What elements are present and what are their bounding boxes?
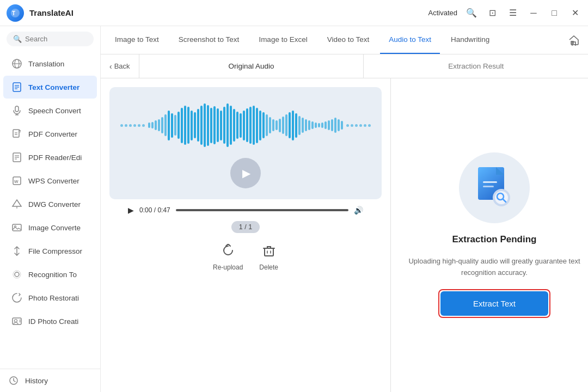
tab-video-to-text[interactable]: Video to Text: [318, 26, 378, 54]
extraction-result-title: Extraction Result: [364, 62, 588, 70]
close-button[interactable]: ✕: [568, 7, 581, 20]
text-converter-icon: [11, 81, 23, 93]
page-indicator: 1 / 1: [231, 221, 260, 233]
back-label: Back: [114, 62, 130, 70]
audio-panel: ▶ ▶ 0:00 / 0:47 🔊 1 / 1: [101, 78, 391, 392]
svg-rect-12: [13, 130, 19, 137]
svg-rect-39: [483, 186, 494, 187]
result-icon-area: [459, 152, 530, 223]
title-bar: T TranslateAI Activated 🔍 ⊡ ☰ ─ □ ✕: [0, 0, 588, 26]
sidebar-item-text-converter[interactable]: Text Converter: [3, 76, 97, 99]
play-button[interactable]: ▶: [230, 158, 261, 188]
content-area: Image to Text Screenshot to Text Image t…: [101, 26, 588, 392]
sidebar-search-container[interactable]: 🔍: [7, 32, 94, 46]
image-converter-label: Image Converte: [28, 224, 81, 232]
minimize-button[interactable]: ─: [527, 7, 540, 20]
tab-bar: Image to Text Screenshot to Text Image t…: [101, 26, 588, 54]
sidebar-item-speech-convert[interactable]: Speech Convert: [3, 99, 97, 122]
delete-label: Delete: [259, 264, 278, 271]
search-icon: 🔍: [13, 35, 22, 43]
main-layout: 🔍 Translation: [0, 26, 588, 392]
sidebar-item-history[interactable]: History: [0, 369, 100, 392]
dwg-converter-icon: [11, 198, 23, 210]
window-mode-button[interactable]: ⊡: [486, 7, 499, 20]
result-title: Extraction Pending: [452, 234, 537, 245]
tab-home-button[interactable]: [565, 32, 583, 49]
svg-point-27: [13, 271, 21, 278]
sidebar-items: Translation Text Converter: [0, 52, 100, 369]
reupload-button[interactable]: Re-upload: [213, 244, 243, 271]
file-compressor-label: File Compressor: [28, 247, 82, 255]
activated-badge: Activated: [428, 9, 457, 17]
sidebar-item-pdf-converter[interactable]: PDF Converter: [3, 122, 97, 145]
search-titlebar-button[interactable]: 🔍: [465, 7, 478, 20]
sidebar: 🔍 Translation: [0, 26, 101, 392]
sidebar-item-id-photo[interactable]: ID Photo Creati: [3, 310, 97, 333]
image-converter-icon: [11, 222, 23, 234]
back-button[interactable]: ‹ Back: [101, 54, 139, 78]
dwg-converter-label: DWG Converter: [28, 200, 81, 209]
delete-button[interactable]: Delete: [259, 244, 278, 271]
volume-button[interactable]: 🔊: [354, 206, 363, 215]
svg-point-29: [15, 320, 17, 322]
recognition-label: Recognition To: [28, 271, 77, 279]
waveform-area: [120, 103, 371, 147]
search-input[interactable]: [25, 35, 87, 43]
title-bar-right: Activated 🔍 ⊡ ☰ ─ □ ✕: [428, 7, 581, 20]
svg-rect-33: [265, 248, 273, 256]
svg-text:W: W: [14, 179, 19, 184]
play-small-button[interactable]: ▶: [128, 206, 134, 215]
document-icon: [475, 166, 513, 210]
back-chevron-icon: ‹: [109, 62, 112, 71]
svg-text:T: T: [12, 10, 15, 16]
play-icon: ▶: [242, 167, 250, 180]
extract-button-wrapper: Extract Text: [438, 289, 550, 318]
recognition-icon: [11, 268, 23, 280]
tab-audio-to-text[interactable]: Audio to Text: [380, 26, 440, 54]
translation-label: Translation: [28, 60, 64, 68]
audio-actions: Re-upload Delete: [213, 240, 278, 275]
pdf-converter-label: PDF Converter: [28, 130, 77, 138]
hamburger-button[interactable]: ☰: [506, 7, 519, 20]
sidebar-item-photo-restore[interactable]: Photo Restorati: [3, 286, 97, 309]
original-audio-title: Original Audio: [139, 54, 364, 78]
panels: ▶ ▶ 0:00 / 0:47 🔊 1 / 1: [101, 78, 588, 392]
svg-rect-9: [15, 106, 19, 112]
translation-icon: [11, 58, 23, 70]
audio-controls: ▶ 0:00 / 0:47 🔊: [126, 206, 365, 215]
sidebar-item-recognition[interactable]: Recognition To: [3, 263, 97, 286]
sidebar-item-dwg-converter[interactable]: DWG Converter: [3, 193, 97, 216]
sidebar-item-translation[interactable]: Translation: [3, 52, 97, 75]
history-icon: [8, 375, 20, 387]
result-panel: Extraction Pending Uploading high-qualit…: [391, 78, 588, 392]
maximize-button[interactable]: □: [548, 7, 561, 20]
tab-image-to-text[interactable]: Image to Text: [106, 26, 168, 54]
tab-image-to-excel[interactable]: Image to Excel: [250, 26, 316, 54]
svg-rect-38: [483, 181, 497, 183]
text-converter-label: Text Converter: [28, 83, 79, 91]
history-label: History: [25, 377, 48, 385]
app-logo: T: [7, 4, 24, 22]
id-photo-icon: [11, 315, 23, 327]
reupload-label: Re-upload: [213, 264, 243, 271]
app-title: TranslateAI: [29, 8, 74, 17]
svg-point-26: [15, 272, 19, 277]
svg-rect-13: [19, 131, 21, 133]
wps-converter-icon: W: [11, 175, 23, 187]
tab-handwriting[interactable]: Handwriting: [442, 26, 498, 54]
sidebar-item-wps-converter[interactable]: W WPS Converter: [3, 169, 97, 192]
sidebar-item-pdf-reader[interactable]: PDF Reader/Edi: [3, 146, 97, 169]
tab-screenshot-to-text[interactable]: Screenshot to Text: [170, 26, 248, 54]
id-photo-label: ID Photo Creati: [28, 317, 78, 326]
sidebar-item-file-compressor[interactable]: File Compressor: [3, 240, 97, 262]
sub-header: ‹ Back Original Audio Extraction Result: [101, 54, 588, 78]
time-label: 0:00 / 0:47: [139, 206, 170, 214]
title-bar-left: T TranslateAI: [7, 4, 74, 22]
extract-text-button[interactable]: Extract Text: [440, 291, 548, 316]
speech-convert-icon: [11, 105, 23, 117]
photo-restore-icon: [11, 292, 23, 304]
result-description: Uploading high-quality audio will greatl…: [407, 256, 581, 279]
sidebar-item-image-converter[interactable]: Image Converte: [3, 216, 97, 239]
pdf-reader-icon: [11, 151, 23, 163]
seek-bar[interactable]: [176, 209, 348, 211]
